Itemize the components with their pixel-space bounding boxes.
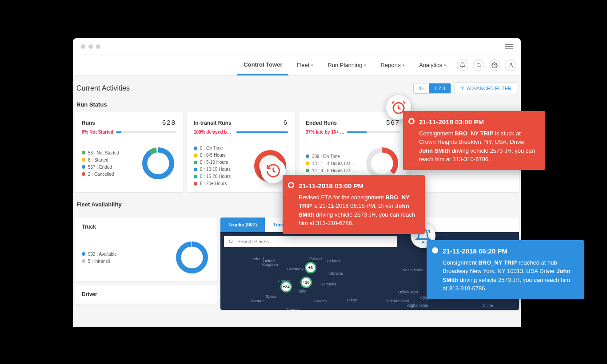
map-country-label: Kingdom	[262, 262, 278, 267]
advanced-filter-label: ADVANCED FILTER	[467, 86, 511, 91]
truck-legend: 902 : Available5 : Intransit	[82, 252, 117, 264]
legend-dot-icon	[82, 165, 85, 169]
legend-item: 0 : On Time	[194, 146, 231, 150]
map-country-label: Romania	[320, 282, 336, 286]
nav-fleet[interactable]: Fleet▾	[290, 55, 319, 75]
legend-text: 6 : Started	[88, 158, 108, 162]
legend-text: 0 : 5-10 Hours	[200, 160, 228, 165]
filter-icon	[460, 86, 465, 91]
nav-reports[interactable]: Reports▾	[374, 55, 411, 75]
legend-text: 0 : On Time	[200, 146, 223, 150]
alert-eta: 21-11-2018 03:00 PM Revised ETA for the …	[283, 175, 425, 234]
map-country-label: Spain	[266, 294, 276, 299]
legend-text: 902 : Available	[88, 252, 117, 257]
nav-run-planning[interactable]: Run Planning▾	[321, 55, 372, 75]
truck-title: Truck	[82, 224, 210, 230]
legend-item: 12 : 4 - 8 Hours Lat…	[306, 168, 355, 173]
legend-dot-icon	[82, 259, 85, 263]
legend-text: 2 : Cancelled	[88, 172, 114, 177]
map-country-label: Kazakhstan	[403, 268, 423, 272]
legend-text: 0 : 15-20 Hours	[200, 174, 231, 179]
traffic-lights	[81, 44, 100, 49]
zoom-dot[interactable]	[96, 44, 100, 49]
legend-text: 0 : 10-15 Hours	[200, 167, 231, 172]
svg-point-3	[510, 63, 511, 65]
tab-trucks[interactable]: Trucks (907)	[220, 218, 265, 232]
driver-card: Driver	[75, 285, 217, 304]
map-country-label: Turkmenistan	[385, 299, 409, 303]
legend: 53 : Not Started6 : Started567 : Ended2 …	[82, 150, 119, 177]
legend-text: 53 : Not Started	[88, 150, 119, 155]
map-country-label: Ireland	[252, 257, 264, 261]
legend-dot-icon	[194, 154, 197, 157]
hamburger-icon[interactable]	[505, 44, 513, 49]
map-country-label: Uzbekistan	[398, 290, 418, 294]
search-places[interactable]: Search Places	[224, 236, 397, 247]
card-count: 628	[162, 119, 176, 126]
legend-item: 13 : 1 - 4 Hours Lat…	[306, 161, 355, 166]
legend-dot-icon	[194, 175, 197, 178]
alert-time: 21-11-2018 03:00 PM	[299, 181, 417, 191]
svg-point-4	[145, 150, 172, 177]
advanced-filter-button[interactable]: ADVANCED FILTER	[455, 83, 517, 94]
legend-text: 0 : 0-5 Hours	[200, 153, 226, 158]
svg-point-12	[229, 240, 232, 243]
legend-item: 902 : Available	[82, 252, 117, 257]
map-country-label: Belarus	[327, 259, 341, 263]
legend: 309 : On Time13 : 1 - 4 Hours Lat…12 : 4…	[306, 154, 355, 173]
legend-dot-icon	[194, 161, 197, 164]
legend-text: 12 : 4 - 8 Hours Lat…	[312, 168, 355, 173]
search-icon[interactable]	[473, 59, 484, 71]
map-country-label: Poland	[309, 257, 322, 261]
svg-line-1	[479, 66, 481, 67]
svg-line-13	[232, 242, 233, 244]
map-country-label: Germany	[287, 267, 304, 271]
legend-item: 5 : Intransit	[82, 259, 117, 264]
card-title: In-transit Runs	[194, 120, 232, 126]
nav-analytics[interactable]: Analytics▾	[413, 55, 452, 75]
toggle-percent[interactable]: %	[414, 83, 429, 93]
chevron-down-icon: ▾	[364, 63, 366, 67]
history-alert-icon	[261, 158, 286, 183]
legend-item: 309 : On Time	[306, 154, 355, 159]
alert-indicator-icon	[432, 247, 438, 253]
view-toggle: % 1 2 3	[413, 83, 451, 94]
map-cluster-badge[interactable]: +3	[305, 262, 316, 273]
nav-control-tower[interactable]: Control Tower	[237, 55, 288, 75]
map-country-label: Portugal	[251, 299, 266, 303]
legend-item: 567 : Ended	[82, 165, 119, 170]
map-country-label: Greece	[314, 299, 327, 303]
progress-label: 37% late by 16+ …	[306, 130, 344, 135]
map-country-label: China	[483, 303, 493, 308]
close-dot[interactable]	[81, 44, 85, 49]
legend-dot-icon	[82, 151, 85, 154]
alert-reached: 21-11-2018 06:20 PM Consignment BRO_NY T…	[427, 240, 584, 299]
map-cluster-badge[interactable]: +24	[280, 281, 292, 293]
driver-title: Driver	[82, 291, 210, 297]
chevron-down-icon: ▾	[311, 63, 313, 67]
minimize-dot[interactable]	[88, 44, 93, 49]
alert-stuck: 21-11-2018 03:00 PM Consignment BRO_NY T…	[403, 111, 545, 170]
top-nav: Control Tower Fleet▾ Run Planning▾ Repor…	[73, 55, 521, 75]
map-country-label: Afghanistan	[407, 303, 428, 308]
truck-donut	[174, 240, 210, 275]
map-cluster-badge[interactable]: +16	[300, 277, 312, 288]
legend-item: 6 : 20+ Hours	[194, 181, 231, 186]
legend-dot-icon	[194, 182, 197, 186]
legend-dot-icon	[82, 252, 85, 256]
alert-body: Revised ETA for the consignment BRO_NY T…	[299, 193, 417, 228]
legend-dot-icon	[194, 146, 197, 150]
progress-bar	[236, 131, 288, 133]
progress-bar	[347, 131, 400, 133]
legend-dot-icon	[306, 154, 309, 158]
alert-body: Consignment BRO_NY TRIP reached at hub B…	[443, 258, 576, 293]
toggle-numbers[interactable]: 1 2 3	[429, 83, 450, 93]
gear-icon[interactable]	[489, 59, 500, 71]
progress-label: 8% Not Started	[82, 130, 113, 135]
legend-item: 0 : 5-10 Hours	[194, 160, 231, 165]
user-icon[interactable]	[505, 59, 516, 71]
bell-icon[interactable]	[457, 59, 468, 71]
alert-indicator-icon	[408, 118, 415, 124]
map-country-label: Ukraine	[329, 271, 343, 276]
titlebar	[73, 38, 521, 55]
